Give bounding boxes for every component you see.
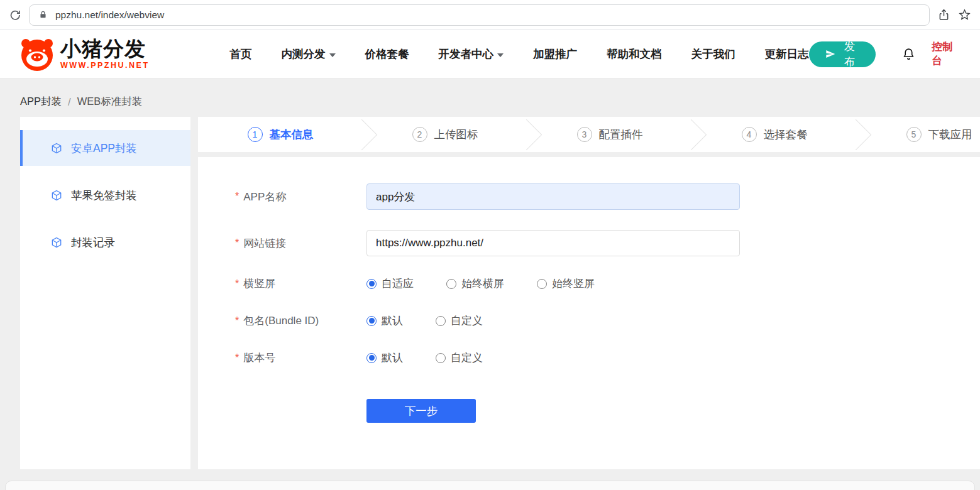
chevron-down-icon: [497, 53, 504, 57]
step-label: 基本信息: [270, 127, 314, 142]
step-chevron-separator: [515, 117, 540, 152]
nav-item-help-docs[interactable]: 帮助和文档: [607, 46, 662, 62]
browser-chrome: ppzhu.net/index/webview: [0, 0, 980, 30]
reload-icon[interactable]: [9, 9, 21, 21]
footer-card: [5, 481, 975, 490]
form-row-orientation: * 横竖屏 自适应 始终横屏 始终竖屏: [235, 276, 980, 291]
nav-item-label: 首页: [230, 46, 252, 62]
step-chevron-separator: [844, 117, 869, 152]
radio-unchecked-icon: [446, 279, 456, 289]
paper-plane-icon: [825, 49, 835, 59]
site-url-label: 网站链接: [243, 236, 286, 251]
step-label: 上传图标: [434, 127, 478, 142]
step-number: 2: [412, 127, 427, 142]
step-label: 配置插件: [599, 127, 643, 142]
nav-item-pricing[interactable]: 价格套餐: [365, 46, 409, 62]
step-upload-icon[interactable]: 2 上传图标: [375, 127, 515, 142]
lock-icon: [38, 9, 48, 20]
step-choose-plan[interactable]: 4 选择套餐: [705, 127, 844, 142]
breadcrumb: APP封装 / WEB标准封装: [0, 79, 980, 109]
main-content: 1 基本信息 2 上传图标 3 配置插件 4 选择套餐 5 下载应用 * APP…: [198, 117, 980, 469]
sidebar-item-android-package[interactable]: 安卓APP封装: [20, 130, 190, 166]
step-number: 4: [742, 127, 757, 142]
step-number: 5: [906, 127, 922, 142]
radio-unchecked-icon: [436, 316, 446, 326]
field-label: * 版本号: [235, 351, 366, 365]
breadcrumb-separator: /: [68, 96, 71, 108]
step-basic-info[interactable]: 1 基本信息: [211, 127, 350, 142]
main-nav: 首页 内测分发 价格套餐 开发者中心 加盟推广 帮助和文档 关于我们 更新日志: [230, 46, 809, 62]
version-label: 版本号: [243, 351, 275, 365]
step-configure-plugins[interactable]: 3 配置插件: [540, 127, 680, 142]
chevron-down-icon: [329, 53, 336, 57]
required-mark: *: [235, 352, 239, 364]
header-actions: 发布 控制台: [809, 40, 961, 68]
app-name-label: APP名称: [243, 190, 286, 204]
publish-button[interactable]: 发布: [809, 41, 876, 67]
radio-label: 默认: [382, 351, 403, 365]
step-label: 下载应用: [928, 127, 972, 142]
breadcrumb-app-package[interactable]: APP封装: [20, 95, 62, 109]
step-number: 1: [248, 127, 263, 142]
nav-item-about-us[interactable]: 关于我们: [691, 46, 735, 62]
sidebar-item-ios-package[interactable]: 苹果免签封装: [20, 177, 190, 213]
radio-version-default[interactable]: 默认: [366, 351, 403, 365]
nav-item-beta-distribution[interactable]: 内测分发: [282, 46, 336, 62]
site-logo[interactable]: 小猪分发 WWW.PPZHU.NET: [19, 36, 150, 72]
radio-bundle-custom[interactable]: 自定义: [436, 313, 483, 328]
nav-item-label: 价格套餐: [365, 46, 409, 62]
basic-info-form: * APP名称 * 网站链接 * 横竖屏 自适应: [198, 157, 980, 469]
cube-icon: [50, 142, 63, 155]
share-icon[interactable]: [937, 8, 950, 21]
radio-orientation-portrait[interactable]: 始终竖屏: [537, 276, 595, 291]
radio-bundle-default[interactable]: 默认: [366, 313, 403, 328]
sidebar-item-package-records[interactable]: 封装记录: [20, 224, 190, 260]
radio-orientation-auto[interactable]: 自适应: [366, 276, 414, 291]
publish-button-label: 发布: [840, 39, 860, 69]
radio-orientation-landscape[interactable]: 始终横屏: [446, 276, 504, 291]
radio-label: 始终横屏: [461, 276, 504, 291]
app-name-input[interactable]: [366, 183, 740, 210]
logo-subtitle: WWW.PPZHU.NET: [60, 62, 150, 70]
logo-title: 小猪分发: [60, 38, 150, 60]
radio-checked-icon: [366, 353, 377, 363]
nav-item-label: 帮助和文档: [607, 46, 662, 62]
nav-item-home[interactable]: 首页: [230, 46, 252, 62]
url-text: ppzhu.net/index/webview: [55, 9, 164, 21]
notification-bell-icon[interactable]: [902, 47, 915, 61]
site-url-input[interactable]: [366, 230, 740, 256]
cube-icon: [50, 189, 63, 202]
field-label: * 网站链接: [235, 236, 366, 251]
form-row-version: * 版本号 默认 自定义: [235, 351, 980, 365]
radio-checked-icon: [366, 316, 377, 326]
step-chevron-separator: [350, 117, 375, 152]
version-radio-group: 默认 自定义: [366, 351, 483, 365]
required-mark: *: [235, 278, 239, 290]
nav-item-label: 开发者中心: [439, 46, 494, 62]
bundle-id-label: 包名(Bundle ID): [243, 313, 319, 328]
site-header: 小猪分发 WWW.PPZHU.NET 首页 内测分发 价格套餐 开发者中心 加盟…: [0, 30, 980, 79]
step-number: 3: [577, 127, 592, 142]
bookmark-star-icon[interactable]: [958, 8, 971, 21]
sidebar-item-label: 安卓APP封装: [71, 141, 137, 156]
field-label: * 横竖屏: [235, 276, 366, 291]
console-link[interactable]: 控制台: [932, 40, 961, 68]
nav-item-affiliate[interactable]: 加盟推广: [533, 46, 577, 62]
steps-bar: 1 基本信息 2 上传图标 3 配置插件 4 选择套餐 5 下载应用: [198, 117, 980, 152]
nav-item-changelog[interactable]: 更新日志: [765, 46, 809, 62]
step-download-app[interactable]: 5 下载应用: [869, 127, 980, 142]
next-step-button[interactable]: 下一步: [366, 399, 476, 423]
breadcrumb-web-standard: WEB标准封装: [77, 95, 143, 109]
radio-unchecked-icon: [537, 279, 547, 289]
radio-label: 始终竖屏: [552, 276, 595, 291]
address-bar[interactable]: ppzhu.net/index/webview: [29, 4, 930, 26]
form-row-bundle-id: * 包名(Bundle ID) 默认 自定义: [235, 313, 980, 328]
nav-item-label: 更新日志: [765, 46, 809, 62]
nav-item-developer-center[interactable]: 开发者中心: [439, 46, 504, 62]
radio-version-custom[interactable]: 自定义: [436, 351, 483, 365]
field-label: * APP名称: [235, 190, 366, 204]
nav-item-label: 内测分发: [282, 46, 326, 62]
step-label: 选择套餐: [764, 127, 808, 142]
form-actions: 下一步: [366, 399, 980, 423]
required-mark: *: [235, 237, 239, 249]
